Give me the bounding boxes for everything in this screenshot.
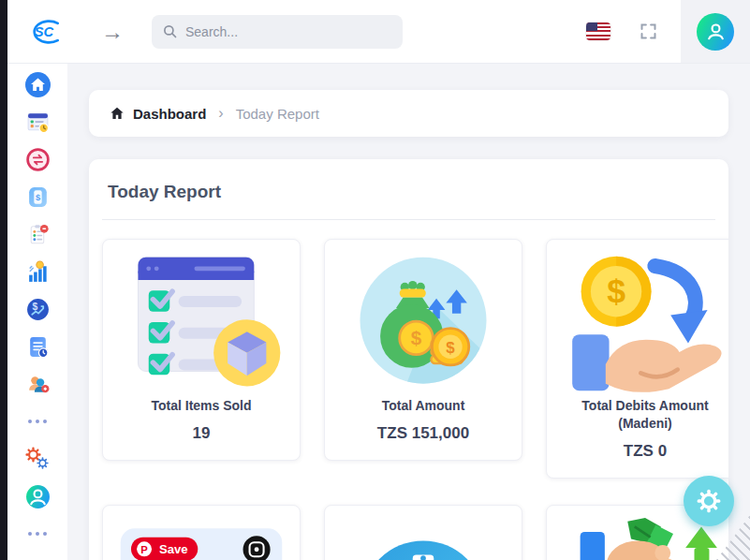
- breadcrumb: Dashboard › Today Report: [89, 90, 728, 137]
- sidebar-item-more-secondary[interactable]: [7, 515, 67, 553]
- window-edge-rail: [0, 0, 7, 560]
- home-icon: [25, 72, 51, 97]
- sidebar-item-account[interactable]: [7, 478, 67, 515]
- language-us-flag-icon[interactable]: [586, 22, 610, 40]
- sidebar-item-reports[interactable]: [7, 328, 67, 365]
- svg-text:$: $: [411, 327, 422, 348]
- main-content: Dashboard › Today Report Today Report: [67, 64, 750, 560]
- sidebar-item-more[interactable]: [7, 403, 67, 440]
- sales-list-icon: [25, 110, 51, 135]
- stat-value: TZS 0: [556, 442, 728, 461]
- page-title: Today Report: [108, 182, 715, 202]
- ellipsis-icon: [28, 420, 47, 423]
- stat-card-partial-2[interactable]: [324, 505, 522, 560]
- clipboard-circle-illustration: [334, 517, 512, 560]
- breadcrumb-home-icon: [110, 106, 125, 121]
- ellipsis-icon: [28, 532, 47, 536]
- sidebar-item-tasks[interactable]: [7, 215, 67, 253]
- report-document-icon: [25, 334, 51, 360]
- stat-card-items-sold[interactable]: Total Items Sold 19: [102, 239, 301, 461]
- stat-value: 19: [112, 424, 290, 443]
- sidebar-item-cash[interactable]: $: [7, 178, 67, 215]
- top-header: SC →: [7, 0, 750, 64]
- svg-text:$: $: [607, 273, 625, 310]
- stat-card-partial-1[interactable]: P Save: [102, 505, 301, 560]
- shopping-bag-promo-illustration: P Save: [112, 517, 290, 560]
- coin-to-hand-illustration: $: [556, 251, 728, 393]
- breadcrumb-dashboard-link[interactable]: Dashboard: [133, 106, 206, 122]
- settings-fab-button[interactable]: [684, 476, 734, 526]
- search-icon: [163, 24, 177, 38]
- money-bags-illustration: $ $: [334, 251, 512, 393]
- svg-text:Save: Save: [159, 542, 188, 556]
- bar-chart-icon: [25, 259, 51, 285]
- stat-card-total-amount[interactable]: $ $ Total Amount TZS 151,000: [324, 239, 522, 461]
- search-input[interactable]: [185, 24, 391, 39]
- today-report-card: Today Report: [89, 159, 728, 560]
- svg-text:$: $: [32, 302, 37, 312]
- sidebar-toggle-arrow-icon[interactable]: →: [101, 21, 124, 43]
- sc-logo-icon: SC: [23, 14, 65, 50]
- exchange-icon: [25, 147, 51, 172]
- breadcrumb-current: Today Report: [236, 106, 319, 122]
- sidebar-item-customers[interactable]: [7, 365, 67, 403]
- svg-text:P: P: [140, 543, 148, 554]
- search-bar[interactable]: [152, 15, 403, 49]
- stat-label: Total Items Sold: [115, 397, 288, 415]
- stat-label: Total Debits Amount (Madeni): [559, 397, 729, 433]
- sidebar-item-sales-list[interactable]: [7, 103, 67, 140]
- sidebar-item-alerts[interactable]: [7, 553, 67, 560]
- checklist-cube-illustration: [112, 251, 290, 393]
- app-logo[interactable]: SC: [22, 13, 66, 51]
- sidebar-item-settings[interactable]: [7, 440, 67, 478]
- sidebar-nav: $ $: [7, 64, 67, 560]
- gear-icon: [697, 489, 721, 513]
- tasks-clipboard-icon: [25, 222, 51, 247]
- stat-card-total-debits[interactable]: $ Total Debits Amount (Madeni) TZS 0: [546, 239, 728, 479]
- svg-text:$: $: [35, 193, 40, 202]
- breadcrumb-separator: ›: [218, 105, 223, 122]
- account-avatar-icon: [25, 484, 51, 509]
- flag-canton: [586, 22, 597, 31]
- fullscreen-icon[interactable]: [639, 22, 658, 41]
- stats-grid: Total Items Sold 19: [102, 239, 715, 560]
- sidebar-item-home[interactable]: [7, 66, 67, 103]
- sidebar-item-transactions[interactable]: [7, 140, 67, 178]
- divider: [102, 219, 715, 220]
- cash-icon: $: [25, 184, 51, 210]
- globe-money-icon: $: [25, 297, 51, 322]
- person-icon: [703, 19, 728, 44]
- user-avatar: [697, 13, 734, 51]
- stat-value: TZS 151,000: [334, 424, 512, 443]
- svg-text:$: $: [446, 339, 455, 357]
- user-menu[interactable]: [681, 0, 750, 63]
- sidebar-item-statistics[interactable]: [7, 253, 67, 290]
- gears-icon: [24, 446, 51, 472]
- stat-label: Total Amount: [337, 397, 510, 415]
- sidebar-item-global-finance[interactable]: $: [7, 290, 67, 328]
- svg-text:SC: SC: [35, 24, 54, 39]
- customers-group-icon: [25, 372, 51, 397]
